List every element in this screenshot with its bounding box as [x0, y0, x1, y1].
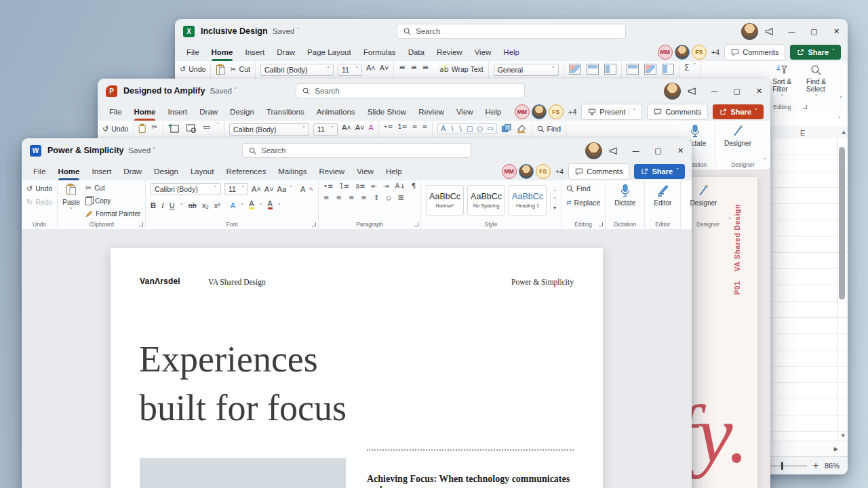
present-button[interactable]: Present ˅ [581, 104, 642, 120]
scroll-right-icon[interactable]: ▶ [834, 447, 838, 452]
close-button[interactable]: ✕ [825, 19, 848, 43]
dialog-launcher-icon[interactable] [139, 222, 143, 226]
maximize-button[interactable]: ▢ [726, 79, 748, 103]
share-button[interactable]: Share˅ [634, 164, 685, 179]
undo-button[interactable]: ↺Undo [102, 123, 128, 134]
italic-button[interactable]: I [161, 201, 164, 209]
dialog-launcher-icon[interactable] [414, 222, 418, 226]
excel-saved-status[interactable]: Saved˅ [273, 27, 300, 35]
align-button-[interactable]: ≡ [422, 64, 429, 71]
undo-button[interactable]: ↺Undo [180, 64, 205, 75]
paste-button[interactable]: Paste ˅ [62, 183, 80, 219]
font-size-combo[interactable]: 11˅ [224, 183, 248, 195]
font-size-combo[interactable]: 11˅ [313, 123, 338, 136]
find-button[interactable]: Find [537, 123, 561, 134]
grow-font-button[interactable]: A˄ [252, 185, 261, 193]
user-avatar[interactable] [741, 23, 758, 40]
avatar-overflow-count[interactable]: +4 [711, 48, 720, 56]
style-card-heading-1[interactable]: AaBbCc Heading 1 [509, 185, 547, 216]
style-gallery-down-icon[interactable]: ˅ [553, 198, 556, 203]
format-as-table-icon[interactable] [587, 64, 599, 75]
paragraph-button-[interactable]: ⇤ [372, 183, 377, 190]
zoom-slider-thumb[interactable] [781, 462, 783, 470]
avatar-fs[interactable]: FS [536, 164, 551, 179]
grow-font-button[interactable]: A˄ [366, 64, 376, 72]
bold-button[interactable]: B [151, 201, 156, 209]
shape-[interactable]: □ [467, 125, 473, 132]
excel-tab-home[interactable]: Home [205, 43, 239, 61]
paragraph-button-[interactable]: ◇ [386, 195, 391, 201]
change-case-button[interactable]: Aa [277, 185, 286, 193]
copy-button[interactable]: Copy [85, 196, 140, 207]
zoom-level[interactable]: 86% [825, 462, 840, 470]
column-header-e[interactable]: E [800, 129, 805, 137]
ppt-tab-transitions[interactable]: Transitions [260, 103, 311, 121]
collapse-ribbon-icon[interactable]: ˅ [728, 218, 732, 224]
paragraph-button-[interactable]: ⇥ [383, 183, 389, 190]
reuse-slides-icon[interactable] [186, 123, 197, 134]
ppt-tab-draw[interactable]: Draw [193, 103, 224, 121]
dialog-launcher-icon[interactable] [803, 105, 807, 109]
arrange-icon[interactable] [501, 123, 512, 134]
cut-button[interactable]: ✂Cut [230, 64, 250, 75]
ppt-tab-insert[interactable]: Insert [161, 103, 193, 121]
insert-cells-icon[interactable] [627, 64, 639, 75]
paragraph-button-[interactable]: ↕ [374, 195, 379, 201]
strikethrough-button[interactable]: ab [189, 201, 197, 209]
collapse-ribbon-icon[interactable]: ˅ [840, 96, 843, 102]
paragraph-button-[interactable]: ≡ [349, 195, 354, 201]
sort-filter-button[interactable]: Sort &Filter ˅ [768, 64, 795, 102]
avatar-mm[interactable]: MM [515, 104, 530, 119]
ppt-tab-review[interactable]: Review [412, 103, 450, 121]
word-tab-insert[interactable]: Insert [85, 163, 117, 180]
word-tab-home[interactable]: Home [52, 163, 86, 180]
format-cells-icon[interactable] [662, 64, 674, 75]
comments-button[interactable]: Comments [647, 104, 708, 120]
style-gallery-up-icon[interactable]: ˄ [553, 190, 556, 196]
shape-[interactable]: ○ [477, 125, 483, 132]
paragraph-button-[interactable]: •≡ [323, 183, 333, 190]
undo-button[interactable]: ↺Undo [26, 183, 52, 194]
shrink-font-button[interactable]: A˅ [380, 64, 389, 72]
avatar-photo[interactable] [675, 45, 690, 60]
avatar-mm[interactable]: MM [502, 164, 517, 179]
word-tab-design[interactable]: Design [148, 163, 184, 180]
dialog-launcher-icon[interactable] [599, 222, 603, 226]
scroll-up-icon[interactable]: ▲ [842, 130, 846, 135]
paragraph-button-1[interactable]: 1≡ [339, 183, 349, 190]
paragraph-button-a[interactable]: a≡ [355, 183, 366, 190]
text-effects-button[interactable]: A [226, 201, 235, 209]
vertical-scrollbar[interactable] [839, 147, 845, 300]
close-button[interactable]: ✕ [748, 79, 770, 103]
word-tab-file[interactable]: File [27, 163, 52, 180]
word-saved-status[interactable]: Saved˅ [129, 146, 156, 155]
share-button[interactable]: Share˅ [713, 104, 764, 119]
word-tab-layout[interactable]: Layout [184, 163, 220, 180]
collapse-ribbon-icon[interactable]: ˅ [764, 158, 767, 164]
shape-[interactable]: ∖ [458, 125, 462, 132]
shrink-font-button[interactable]: A˅ [355, 123, 365, 131]
number-format-combo[interactable]: General˅ [494, 64, 559, 76]
conditional-formatting-icon[interactable] [569, 64, 581, 75]
wrap-text-button[interactable]: abWrap Text [439, 64, 484, 75]
word-tab-mailings[interactable]: Mailings [272, 163, 313, 180]
comments-button[interactable]: Comments [568, 163, 629, 180]
shape-[interactable]: ∖ [450, 125, 454, 132]
paste-icon[interactable] [138, 123, 147, 134]
dialog-launcher-icon[interactable] [312, 222, 316, 226]
align-button-[interactable]: ≡ [411, 64, 417, 71]
ppt-tab-home[interactable]: Home [128, 103, 162, 121]
excel-tab-help[interactable]: Help [497, 43, 526, 61]
minimize-button[interactable]: — [781, 19, 803, 43]
word-window[interactable]: W Power & Simplicity Saved˅ Search — ▢ ✕… [22, 138, 692, 488]
font-color-button[interactable]: A [268, 199, 273, 209]
shape-[interactable]: ▭ [487, 125, 493, 132]
shapes-gallery[interactable]: A∖∖□○▭ [437, 123, 496, 134]
ppt-search-input[interactable]: Search [296, 83, 525, 98]
redo-button[interactable]: ↻Redo [26, 197, 52, 207]
feedback-megaphone-icon[interactable] [602, 138, 625, 163]
avatar-overflow-count[interactable]: +4 [568, 108, 577, 116]
minimize-button[interactable]: — [703, 79, 726, 103]
excel-tab-data[interactable]: Data [402, 43, 431, 61]
superscript-button[interactable]: x² [214, 201, 220, 209]
